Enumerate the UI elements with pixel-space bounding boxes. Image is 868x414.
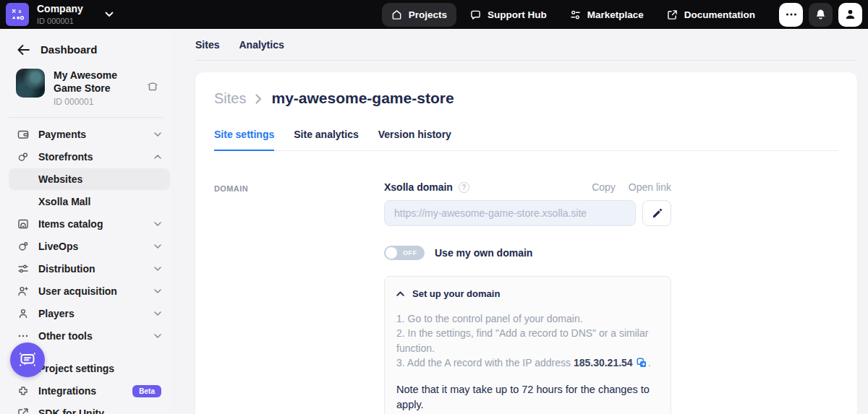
sidebar-item-label: Xsolla Mall xyxy=(38,196,161,207)
company-switcher-chevron-icon[interactable] xyxy=(105,12,114,17)
nav-marketplace[interactable]: Marketplace xyxy=(561,3,653,27)
bell-icon xyxy=(815,9,826,20)
sliders-icon xyxy=(17,263,29,275)
nav-documentation[interactable]: Documentation xyxy=(658,3,765,27)
ellipsis-icon xyxy=(786,13,797,16)
sidebar-item-label: Payments xyxy=(38,129,154,140)
sidebar-item-storefronts[interactable]: Storefronts xyxy=(9,146,170,168)
marketplace-icon xyxy=(570,9,581,20)
breadcrumb: Sites my-awesome-game-store xyxy=(214,90,838,107)
project-header[interactable]: My Awesome Game Store ID 000001 xyxy=(0,56,171,107)
tags-icon xyxy=(17,151,29,163)
sidebar-item-label: Players xyxy=(38,308,154,319)
nav-marketplace-label: Marketplace xyxy=(587,9,644,20)
sidebar-item-xsolla-mall[interactable]: Xsolla Mall xyxy=(9,191,170,212)
chat-messages-icon xyxy=(18,351,37,368)
domain-form-body: Xsolla domain ? Copy Open link xyxy=(384,181,671,414)
sidebar-divider xyxy=(9,117,163,118)
sidebar-item-liveops[interactable]: LiveOps xyxy=(9,236,170,257)
setup-panel-header[interactable]: Set up your domain xyxy=(396,288,659,299)
chevron-down-icon xyxy=(154,267,161,271)
project-home-icon[interactable] xyxy=(147,80,158,107)
tab-version-history[interactable]: Version history xyxy=(378,129,451,151)
nav-projects-label: Projects xyxy=(409,9,447,20)
card-tabs: Site settings Site analytics Version his… xyxy=(214,129,838,151)
breadcrumb-sites-link[interactable]: Sites xyxy=(214,90,246,107)
beta-badge: Beta xyxy=(132,385,161,397)
company-name: Company xyxy=(37,4,83,14)
nav-support-hub[interactable]: Support Hub xyxy=(461,3,556,27)
sidebar-item-label: Integrations xyxy=(38,385,132,397)
sidebar-item-items-catalog[interactable]: Items catalog xyxy=(9,213,170,235)
toggle-knob xyxy=(386,247,397,259)
sidebar-item-players[interactable]: Players xyxy=(9,303,170,324)
nav-support-hub-label: Support Hub xyxy=(488,9,547,20)
sidebar-item-label: User acquisition xyxy=(38,285,154,297)
back-arrow-icon xyxy=(17,45,30,55)
chevron-down-icon xyxy=(154,334,161,338)
sidebar-item-sdk-for-unity[interactable]: SDK for Unity xyxy=(9,402,170,414)
sidebar-item-label: LiveOps xyxy=(38,241,154,252)
xsolla-logo[interactable]: s xyxy=(6,3,29,26)
setup-step-1: 1. Go to the control panel of your domai… xyxy=(396,311,659,326)
support-chat-button[interactable] xyxy=(10,342,45,377)
external-link-icon xyxy=(17,407,29,414)
sidebar-item-websites[interactable]: Websites xyxy=(9,168,170,190)
domain-actions: Copy Open link xyxy=(592,181,671,193)
more-options-button[interactable] xyxy=(779,3,803,27)
section-tab-sites[interactable]: Sites xyxy=(195,39,219,51)
setup-step-2: 2. In the settings, find "Add a record t… xyxy=(396,326,659,355)
section-tabs: Sites Analytics xyxy=(171,29,868,51)
account-button[interactable] xyxy=(838,3,862,27)
tab-site-analytics[interactable]: Site analytics xyxy=(294,129,359,151)
integrations-icon xyxy=(17,385,29,397)
xsolla-domain-label: Xsolla domain xyxy=(384,181,453,193)
external-link-icon xyxy=(667,9,678,20)
project-name: My Awesome Game Store xyxy=(54,69,138,95)
user-icon xyxy=(845,9,856,20)
setup-note: Note that it may take up to 72 hours for… xyxy=(396,382,664,412)
home-icon xyxy=(391,9,402,20)
topbar-actions xyxy=(779,3,862,27)
chevron-down-icon xyxy=(154,311,161,316)
chevron-right-icon xyxy=(255,94,262,104)
help-icon[interactable]: ? xyxy=(459,182,469,193)
edit-domain-button[interactable] xyxy=(642,200,671,226)
nav-projects[interactable]: Projects xyxy=(382,3,456,27)
domain-form: DOMAIN Xsolla domain ? Copy Open link xyxy=(214,181,838,414)
sidebar-item-payments[interactable]: Payments xyxy=(9,124,170,145)
xsolla-domain-input[interactable] xyxy=(384,200,636,226)
sidebar-item-label: Distribution xyxy=(38,263,154,275)
sidebar-item-user-acquisition[interactable]: User acquisition xyxy=(9,280,170,302)
domain-section-label: DOMAIN xyxy=(214,181,384,414)
back-to-dashboard[interactable]: Dashboard xyxy=(0,29,171,56)
sidebar-item-label: Items catalog xyxy=(38,218,154,230)
ellipsis-icon xyxy=(17,330,29,342)
sidebar-item-label: Websites xyxy=(38,173,161,185)
back-label: Dashboard xyxy=(41,43,97,56)
sidebar-item-integrations[interactable]: Integrations Beta xyxy=(9,380,170,402)
copy-ip-icon[interactable] xyxy=(637,358,647,368)
chevron-up-icon xyxy=(396,291,404,296)
tab-site-settings[interactable]: Site settings xyxy=(214,129,274,151)
own-domain-toggle-row: OFF Use my own domain xyxy=(384,246,671,260)
section-divider xyxy=(195,60,857,61)
open-link[interactable]: Open link xyxy=(629,181,671,193)
notifications-button[interactable] xyxy=(809,3,833,27)
chevron-down-icon xyxy=(154,222,161,226)
use-own-domain-toggle[interactable]: OFF xyxy=(384,246,425,260)
site-settings-card: Sites my-awesome-game-store Site setting… xyxy=(195,72,857,414)
copy-link[interactable]: Copy xyxy=(592,181,616,193)
section-tab-analytics[interactable]: Analytics xyxy=(239,39,284,51)
setup-step-3: 3. Add the A record with the IP address … xyxy=(396,355,659,370)
sidebar-item-label: SDK for Unity xyxy=(38,407,161,414)
top-navigation: Projects Support Hub Marketplace Documen… xyxy=(382,3,765,27)
chevron-down-icon xyxy=(154,244,161,249)
use-own-domain-label: Use my own domain xyxy=(435,247,532,259)
xsolla-domain-header: Xsolla domain ? Copy Open link xyxy=(384,181,671,193)
page-title: my-awesome-game-store xyxy=(271,90,454,107)
sidebar-item-distribution[interactable]: Distribution xyxy=(9,258,170,280)
xsolla-logo-glyphs: s xyxy=(9,7,25,22)
tag-icon xyxy=(17,241,29,252)
chevron-up-icon xyxy=(154,155,161,159)
